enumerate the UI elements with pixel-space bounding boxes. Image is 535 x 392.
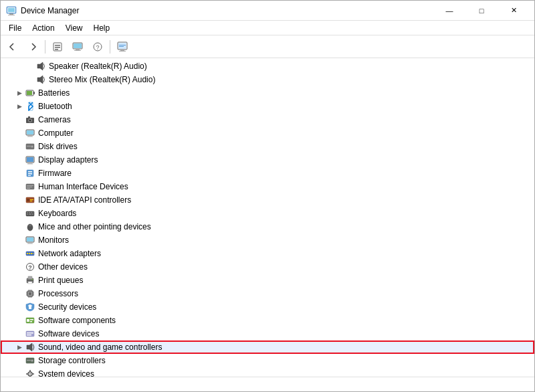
forward-button[interactable]	[23, 38, 42, 56]
close-button[interactable]: ✕	[498, 1, 529, 21]
tree-item-firmware[interactable]: Firmware	[1, 167, 534, 180]
window-title: Device Manager	[21, 6, 434, 15]
tree-item-sysdevices[interactable]: System devices	[1, 367, 534, 377]
item-icon-security	[25, 302, 35, 312]
item-icon-print	[25, 275, 35, 286]
tree-item-swcomponents[interactable]: Software components	[1, 314, 534, 327]
help-button[interactable]: ?	[88, 38, 107, 56]
item-label-speaker1: Speaker (Realtek(R) Audio)	[49, 62, 147, 71]
tree-item-displayadapters[interactable]: Display adapters	[1, 153, 534, 167]
tree-item-mice[interactable]: Mice and other pointing devices	[1, 220, 534, 233]
svg-rect-72	[29, 253, 30, 254]
tree-item-monitors[interactable]: Monitors	[1, 233, 534, 247]
tree-item-storage[interactable]: Storage controllers	[1, 354, 534, 367]
tree-item-diskdrives[interactable]: Disk drives	[1, 140, 534, 153]
svg-rect-53	[30, 201, 32, 201]
svg-rect-104	[27, 334, 31, 336]
svg-rect-60	[29, 214, 31, 215]
item-icon-stereomix	[35, 74, 46, 85]
svg-rect-20	[119, 46, 124, 47]
tree-item-security[interactable]: Security devices	[1, 300, 534, 314]
monitor-button[interactable]	[113, 38, 132, 56]
svg-rect-67	[28, 242, 32, 243]
item-icon-sound	[25, 342, 35, 353]
menu-file[interactable]: File	[3, 21, 27, 35]
svg-rect-17	[119, 51, 126, 52]
expand-icon-sound: ▶	[14, 342, 25, 353]
tree-item-bluetooth[interactable]: ▶ Bluetooth	[1, 100, 534, 113]
app-icon	[6, 5, 17, 16]
svg-rect-100	[30, 319, 33, 320]
svg-rect-39	[28, 163, 32, 164]
svg-rect-74	[33, 253, 33, 254]
expand-icon-mice	[14, 221, 25, 232]
tree-item-processors[interactable]: Processors	[1, 287, 534, 300]
tree-item-speaker1[interactable]: Speaker (Realtek(R) Audio)	[1, 60, 534, 73]
expand-icon-network	[14, 248, 25, 259]
expand-icon-batteries: ▶	[14, 88, 25, 98]
item-label-swdevices: Software devices	[38, 329, 99, 338]
menu-action[interactable]: Action	[27, 21, 60, 35]
maximize-button[interactable]: □	[466, 1, 497, 21]
item-label-print: Print queues	[38, 276, 83, 285]
svg-rect-49	[27, 188, 30, 189]
back-button[interactable]	[3, 38, 22, 56]
computer-button[interactable]	[68, 38, 87, 56]
expand-icon-stereomix	[25, 74, 35, 85]
item-label-keyboards: Keyboards	[38, 209, 76, 218]
menu-help[interactable]: Help	[88, 21, 116, 35]
tree-item-swdevices[interactable]: Software devices	[1, 327, 534, 340]
svg-point-81	[31, 279, 33, 280]
tree-item-other[interactable]: ? Other devices	[1, 260, 534, 274]
tree-item-keyboards[interactable]: Keyboards	[1, 207, 534, 220]
minimize-button[interactable]: —	[434, 1, 465, 21]
item-label-security: Security devices	[38, 302, 96, 312]
tree-item-batteries[interactable]: ▶ Batteries	[1, 86, 534, 100]
item-icon-displayadapters	[25, 155, 35, 165]
svg-rect-59	[27, 214, 28, 215]
svg-marker-105	[27, 343, 32, 351]
menu-view[interactable]: View	[60, 21, 88, 35]
svg-rect-12	[74, 43, 82, 48]
expand-icon-diskdrives	[14, 141, 25, 152]
tree-item-computer[interactable]: Computer	[1, 126, 534, 140]
svg-rect-69	[27, 237, 33, 241]
item-icon-firmware	[25, 168, 35, 179]
item-icon-diskdrives	[25, 141, 35, 152]
svg-rect-6	[55, 45, 60, 46]
item-label-hid: Human Interface Devices	[38, 182, 128, 191]
item-label-storage: Storage controllers	[38, 356, 106, 365]
tree-item-cameras[interactable]: Cameras	[1, 113, 534, 126]
tree-item-sound[interactable]: ▶ Sound, video and game controllers	[1, 340, 534, 354]
item-label-ide: IDE ATA/ATAPI controllers	[38, 195, 131, 205]
svg-rect-84	[29, 292, 31, 295]
svg-rect-34	[27, 130, 33, 134]
svg-rect-33	[27, 136, 33, 137]
expand-icon-speaker1	[25, 61, 35, 72]
window-controls: — □ ✕	[434, 1, 529, 21]
item-icon-other: ?	[25, 262, 35, 272]
tree-item-hid[interactable]: Human Interface Devices	[1, 180, 534, 193]
svg-rect-103	[27, 332, 33, 334]
properties-button[interactable]	[48, 38, 67, 56]
svg-point-29	[29, 120, 31, 122]
tree-item-ide[interactable]: IDE ATA/ATAPI controllers	[1, 193, 534, 207]
svg-rect-56	[29, 212, 30, 213]
svg-rect-41	[27, 157, 33, 162]
expand-icon-displayadapters	[14, 155, 25, 165]
svg-rect-16	[120, 50, 124, 51]
item-label-cameras: Cameras	[38, 115, 71, 124]
tree-item-print[interactable]: Print queues	[1, 274, 534, 287]
svg-text:?: ?	[28, 264, 32, 271]
device-tree[interactable]: Speaker (Realtek(R) Audio) Stereo Mix (R…	[1, 58, 534, 377]
tree-item-network[interactable]: Network adapters	[1, 247, 534, 260]
svg-rect-1	[9, 13, 13, 15]
svg-text:?: ?	[96, 44, 99, 51]
svg-rect-4	[8, 8, 15, 12]
item-label-bluetooth: Bluetooth	[38, 102, 72, 111]
expand-icon-sysdevices	[14, 369, 25, 377]
tree-item-stereomix[interactable]: Stereo Mix (Realtek(R) Audio)	[1, 73, 534, 86]
item-icon-cameras	[25, 114, 35, 125]
title-bar: Device Manager — □ ✕	[1, 1, 534, 21]
svg-rect-48	[27, 187, 32, 187]
